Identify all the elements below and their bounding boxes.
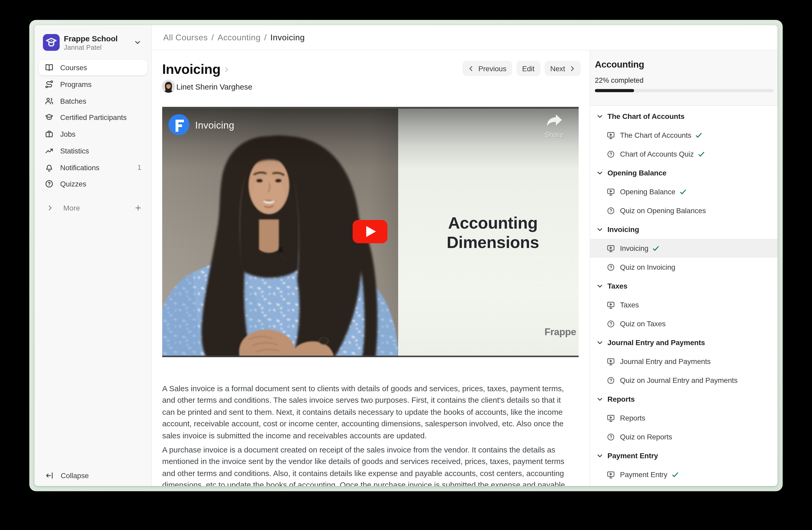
svg-text:Dimensions: Dimensions [447, 233, 539, 251]
svg-text:Frappe: Frappe [545, 326, 576, 337]
svg-text:Invoicing: Invoicing [195, 120, 234, 130]
svg-text:Accounting: Accounting [448, 213, 538, 232]
svg-text:Share: Share [545, 131, 564, 139]
